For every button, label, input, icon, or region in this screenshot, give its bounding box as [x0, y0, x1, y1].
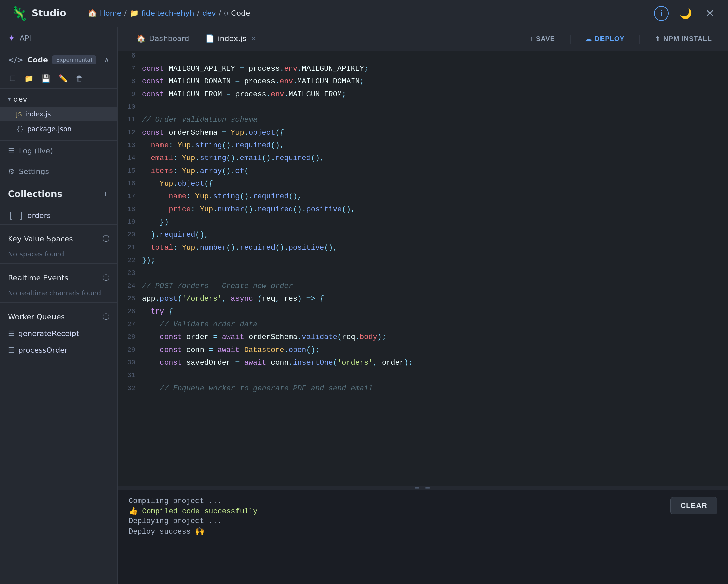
- line-content-19: }): [142, 217, 728, 227]
- theme-toggle-button[interactable]: 🌙: [677, 5, 695, 22]
- line-num-21: 21: [118, 243, 142, 252]
- editor-tabs: 🏠 Dashboard 📄 index.js ✕: [129, 28, 265, 50]
- deploy-icon: ☁: [585, 35, 592, 43]
- line-content-26: try {: [142, 307, 728, 317]
- worker-label-2: processOrder: [18, 346, 68, 354]
- rename-button[interactable]: ✏️: [55, 72, 71, 85]
- js-file-icon: JS: [16, 111, 22, 118]
- line-num-7: 7: [118, 64, 142, 73]
- line-num-29: 29: [118, 345, 142, 354]
- line-content-25: app.post('/orders', async (req, res) => …: [142, 294, 728, 304]
- info-icon-button[interactable]: i: [654, 6, 669, 21]
- realtime-events-section: Realtime Events ⓘ No realtime channels f…: [0, 263, 118, 302]
- line-content-20: ).required(),: [142, 230, 728, 240]
- editor-header: 🏠 Dashboard 📄 index.js ✕ ↑ SAVE | ☁ DEPL…: [118, 27, 728, 51]
- new-file-button[interactable]: ☐: [6, 72, 20, 85]
- api-label: API: [20, 34, 31, 43]
- breadcrumb-branch[interactable]: dev: [202, 9, 216, 18]
- line-content-30: const savedOrder = await conn.insertOne(…: [142, 358, 728, 368]
- dev-tree: ▾ dev JS index.js {} package.json: [0, 89, 118, 139]
- breadcrumb-org[interactable]: fideltech-ehyh: [141, 9, 194, 18]
- close-button[interactable]: ✕: [703, 4, 717, 23]
- terminal-line-4: Deploy success 🙌: [129, 527, 717, 536]
- save-button[interactable]: ↑ SAVE: [524, 32, 561, 46]
- delete-button[interactable]: 🗑: [72, 72, 86, 85]
- header-left: 🦎 Studio 🏠 Home / 📁 fideltech-ehyh / dev…: [11, 5, 250, 21]
- line-content-9: const MAILGUN_FROM = process.env.MAILGUN…: [142, 89, 728, 99]
- main-content: 🏠 Dashboard 📄 index.js ✕ ↑ SAVE | ☁ DEPL…: [118, 27, 728, 584]
- app-name: Studio: [32, 8, 66, 19]
- worker-generate-receipt[interactable]: ☰ generateReceipt: [0, 325, 118, 342]
- line-content-22: });: [142, 256, 728, 265]
- file-item-indexjs[interactable]: JS index.js: [0, 107, 118, 122]
- tab-dashboard[interactable]: 🏠 Dashboard: [129, 28, 197, 50]
- sidebar-item-api[interactable]: ✦ API: [0, 27, 118, 49]
- line-num-20: 20: [118, 230, 142, 239]
- kv-title: Key Value Spaces: [8, 235, 73, 243]
- chevron-up-icon[interactable]: ∧: [104, 55, 109, 64]
- code-icon: </>: [8, 55, 23, 64]
- line-num-26: 26: [118, 307, 142, 316]
- dev-folder[interactable]: ▾ dev: [0, 91, 118, 107]
- code-header-left: </> Code Experimental: [8, 55, 96, 64]
- json-file-icon: {}: [16, 126, 24, 133]
- drag-handle[interactable]: = =: [118, 486, 728, 490]
- log-label: Log (live): [19, 147, 53, 155]
- sidebar-item-log[interactable]: ☰ Log (live): [0, 140, 118, 161]
- breadcrumb-code-icon: ⟨⟩: [224, 10, 228, 17]
- deploy-label: DEPLOY: [595, 35, 624, 43]
- line-num-8: 8: [118, 77, 142, 86]
- line-content-13: name: Yup.string().required(),: [142, 141, 728, 150]
- realtime-info-icon[interactable]: ⓘ: [103, 273, 109, 282]
- code-line-18: 18 price: Yup.number().required().positi…: [118, 205, 728, 217]
- sidebar-item-settings[interactable]: ⚙ Settings: [0, 161, 118, 182]
- breadcrumb-sep1: /: [124, 9, 127, 18]
- code-editor[interactable]: 6 7 const MAILGUN_API_KEY = process.env.…: [118, 51, 728, 486]
- worker-queues-section: Worker Queues ⓘ: [0, 302, 118, 325]
- close-tab-button[interactable]: ✕: [250, 34, 257, 43]
- line-num-14: 14: [118, 153, 142, 162]
- npm-install-button[interactable]: ⬆ NPM INSTALL: [649, 32, 717, 47]
- kv-info-icon[interactable]: ⓘ: [103, 234, 109, 243]
- worker-process-order[interactable]: ☰ processOrder: [0, 342, 118, 358]
- line-content-21: total: Yup.number().required().positive(…: [142, 243, 728, 253]
- line-content-17: name: Yup.string().required(),: [142, 192, 728, 202]
- save-file-button[interactable]: 💾: [38, 72, 54, 85]
- code-line-16: 16 Yup.object({: [118, 179, 728, 192]
- worker-icon-1: ☰: [8, 329, 15, 338]
- new-folder-button[interactable]: 📁: [21, 72, 37, 85]
- wq-info-icon[interactable]: ⓘ: [103, 312, 109, 321]
- code-line-9: 9 const MAILGUN_FROM = process.env.MAILG…: [118, 89, 728, 102]
- kv-no-spaces: No spaces found: [0, 247, 118, 263]
- line-num-19: 19: [118, 217, 142, 227]
- breadcrumb-home[interactable]: Home: [100, 9, 122, 18]
- code-line-20: 20 ).required(),: [118, 230, 728, 243]
- code-line-24: 24 // POST /orders – Create new order: [118, 281, 728, 294]
- npm-label: NPM INSTALL: [664, 35, 712, 43]
- line-num-15: 15: [118, 166, 142, 175]
- code-line-23: 23: [118, 268, 728, 281]
- main-layout: ✦ API </> Code Experimental ∧ ☐ 📁 💾 ✏️: [0, 27, 728, 584]
- deploy-button[interactable]: ☁ DEPLOY: [580, 32, 630, 47]
- line-num-30: 30: [118, 358, 142, 367]
- code-label: Code: [27, 55, 48, 64]
- editor-actions: ↑ SAVE | ☁ DEPLOY | ⬆ NPM INSTALL: [524, 32, 717, 47]
- tab-indexjs[interactable]: 📄 index.js ✕: [197, 28, 265, 50]
- clear-button[interactable]: CLEAR: [671, 497, 717, 514]
- code-line-22: 22 });: [118, 256, 728, 268]
- code-line-25: 25 app.post('/orders', async (req, res) …: [118, 294, 728, 307]
- collection-orders[interactable]: [ ] orders: [0, 206, 118, 224]
- file-item-packagejson[interactable]: {} package.json: [0, 122, 118, 136]
- terminal-line-1: Compiling project ...: [129, 497, 717, 505]
- line-content-14: email: Yup.string().email().required(),: [142, 153, 728, 163]
- code-line-13: 13 name: Yup.string().required(),: [118, 141, 728, 153]
- add-collection-button[interactable]: +: [101, 187, 109, 201]
- settings-icon: ⚙: [8, 167, 15, 176]
- line-content-28: const order = await orderSchema.validate…: [142, 333, 728, 342]
- logo-icon: 🦎: [11, 5, 28, 21]
- indexjs-tab-label: index.js: [218, 34, 246, 43]
- worker-queues-header: Worker Queues ⓘ: [0, 308, 118, 325]
- terminal-line-2: 👍 Compiled code successfully: [129, 507, 717, 516]
- key-value-spaces-section: Key Value Spaces ⓘ No spaces found: [0, 224, 118, 263]
- breadcrumb-section: Code: [231, 9, 250, 18]
